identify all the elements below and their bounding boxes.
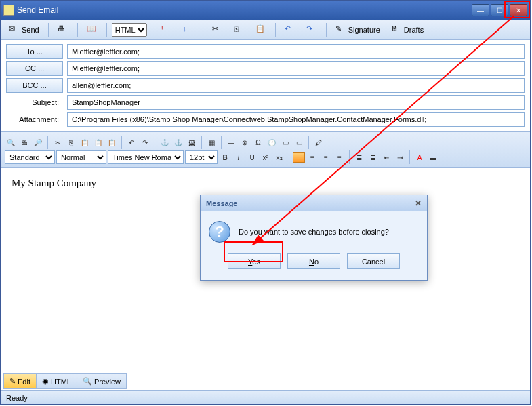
bg-color-button[interactable]: ▬ xyxy=(427,151,439,163)
titlebar[interactable]: Send Email — ☐ ✕ xyxy=(1,1,530,20)
dialog-titlebar[interactable]: Message ✕ xyxy=(201,195,427,211)
cc-button[interactable]: CC ... xyxy=(6,61,63,76)
underline-button[interactable]: U xyxy=(246,151,258,163)
status-text: Ready xyxy=(6,394,28,402)
paste-button[interactable]: 📋 xyxy=(251,22,270,37)
paste-plain-icon[interactable]: 📋 xyxy=(106,136,118,148)
redo-button[interactable]: ↷ xyxy=(302,22,321,37)
subject-input[interactable] xyxy=(67,95,525,110)
superscript-button[interactable]: x² xyxy=(260,151,272,163)
cc-input[interactable] xyxy=(67,61,525,76)
para-select[interactable]: Normal xyxy=(56,150,106,164)
message-dialog: Message ✕ ? Do you want to save changes … xyxy=(200,195,428,281)
book-icon: 📖 xyxy=(87,24,98,35)
attachment-input[interactable] xyxy=(67,112,525,127)
find-icon[interactable]: 🔍 xyxy=(5,136,17,148)
status-bar: Ready xyxy=(1,390,530,404)
print-icon: 🖶 xyxy=(58,24,68,35)
bcc-button[interactable]: BCC ... xyxy=(6,78,63,93)
undo-icon: ↶ xyxy=(285,24,295,35)
indent-button[interactable]: ⇥ xyxy=(394,151,406,163)
maximize-button[interactable]: ☐ xyxy=(491,4,508,16)
print2-icon[interactable]: 🖶 xyxy=(18,136,30,148)
tab-preview[interactable]: 🔍Preview xyxy=(77,374,127,388)
html-icon: ◉ xyxy=(42,377,49,386)
list-ol-button[interactable]: ≣ xyxy=(353,151,365,163)
priority-low-button[interactable]: ↓ xyxy=(179,22,198,37)
italic-button[interactable]: I xyxy=(232,151,245,163)
to-button[interactable]: To ... xyxy=(6,44,63,59)
question-icon: ? xyxy=(209,221,230,243)
outdent-button[interactable]: ⇤ xyxy=(380,151,392,163)
dialog-close-icon[interactable]: ✕ xyxy=(415,199,422,208)
cut2-icon[interactable]: ✂ xyxy=(52,136,64,148)
app-icon xyxy=(3,5,14,16)
pen-icon: ✎ xyxy=(335,24,346,35)
symbol-icon[interactable]: Ω xyxy=(252,136,264,148)
link-icon[interactable]: ⚓ xyxy=(159,136,171,148)
redo2-icon[interactable]: ↷ xyxy=(139,136,151,148)
bold-button[interactable]: B xyxy=(219,151,231,163)
dialog-text: Do you want to save changes before closi… xyxy=(239,228,389,236)
copy-icon: ⎘ xyxy=(234,24,245,35)
send-button[interactable]: ✉Send xyxy=(5,22,43,37)
undo-button[interactable]: ↶ xyxy=(281,22,300,37)
send-icon: ✉ xyxy=(9,24,20,35)
pencil-icon: ✎ xyxy=(9,377,16,386)
subscript-button[interactable]: x₂ xyxy=(273,151,285,163)
align-right-button[interactable]: ≡ xyxy=(320,151,332,163)
align-center-button[interactable]: ≡ xyxy=(306,151,319,163)
hr-icon[interactable]: — xyxy=(225,136,237,148)
date-icon[interactable]: 🕐 xyxy=(266,136,278,148)
main-toolbar: ✉Send 🖶 📖 HTML ! ↓ ✂ ⎘ 📋 ↶ ↷ ✎Signature … xyxy=(1,20,530,40)
send-email-window: Send Email — ☐ ✕ ✉Send 🖶 📖 HTML ! ↓ ✂ ⎘ … xyxy=(0,0,531,405)
format-select[interactable]: HTML xyxy=(112,23,147,37)
minimize-button[interactable]: — xyxy=(472,4,489,16)
style-select[interactable]: Standard xyxy=(5,150,55,164)
field-icon[interactable]: ▭ xyxy=(279,136,291,148)
redo-icon: ↷ xyxy=(306,24,317,35)
cut-button[interactable]: ✂ xyxy=(208,22,227,37)
to-input[interactable] xyxy=(67,44,525,59)
form-icon[interactable]: ▭ xyxy=(293,136,305,148)
bcc-input[interactable] xyxy=(67,78,525,93)
arrow-down-icon: ↓ xyxy=(183,24,194,35)
table-icon[interactable]: ▦ xyxy=(205,136,218,148)
font-select[interactable]: Times New Roman xyxy=(108,150,184,164)
paste-icon: 📋 xyxy=(255,24,266,35)
dialog-title: Message xyxy=(206,199,237,207)
paste2-icon[interactable]: 📋 xyxy=(79,136,91,148)
remove-format-icon[interactable]: ⊗ xyxy=(239,136,251,148)
priority-high-button[interactable]: ! xyxy=(157,22,176,37)
align-justify-button[interactable]: ≡ xyxy=(333,151,346,163)
print-button[interactable]: 🖶 xyxy=(54,22,73,37)
yes-button[interactable]: Yes xyxy=(228,253,281,269)
signature-button[interactable]: ✎Signature xyxy=(331,22,384,37)
paste-special-icon[interactable]: 📋 xyxy=(92,136,104,148)
copy-button[interactable]: ⎘ xyxy=(230,22,249,37)
preview-icon[interactable]: 🔎 xyxy=(32,136,44,148)
body-text: My Stamp Company xyxy=(12,178,96,188)
no-button[interactable]: No xyxy=(287,253,340,269)
drafts-icon: 🗎 xyxy=(391,24,402,35)
fields-area: To ... CC ... BCC ... Subject: Attachmen… xyxy=(1,40,530,131)
list-ul-button[interactable]: ≣ xyxy=(367,151,379,163)
undo2-icon[interactable]: ↶ xyxy=(125,136,138,148)
tab-html[interactable]: ◉HTML xyxy=(37,374,77,388)
highlight-icon[interactable]: 🖍 xyxy=(312,136,325,148)
image-icon[interactable]: 🖼 xyxy=(186,136,198,148)
close-button[interactable]: ✕ xyxy=(510,4,527,16)
drafts-button[interactable]: 🗎Drafts xyxy=(387,22,428,37)
tab-edit[interactable]: ✎Edit xyxy=(4,374,37,388)
view-tabs: ✎Edit ◉HTML 🔍Preview xyxy=(3,373,127,389)
font-color-button[interactable]: A xyxy=(413,151,426,163)
exclaim-icon: ! xyxy=(161,24,172,35)
unlink-icon[interactable]: ⚓ xyxy=(172,136,184,148)
addressbook-button[interactable]: 📖 xyxy=(83,22,102,37)
align-left-button[interactable] xyxy=(293,152,305,163)
size-select[interactable]: 12pt xyxy=(185,150,218,164)
copy2-icon[interactable]: ⎘ xyxy=(65,136,77,148)
subject-label: Subject: xyxy=(6,95,63,110)
cancel-button[interactable]: Cancel xyxy=(347,253,400,269)
cut-icon: ✂ xyxy=(212,24,223,35)
